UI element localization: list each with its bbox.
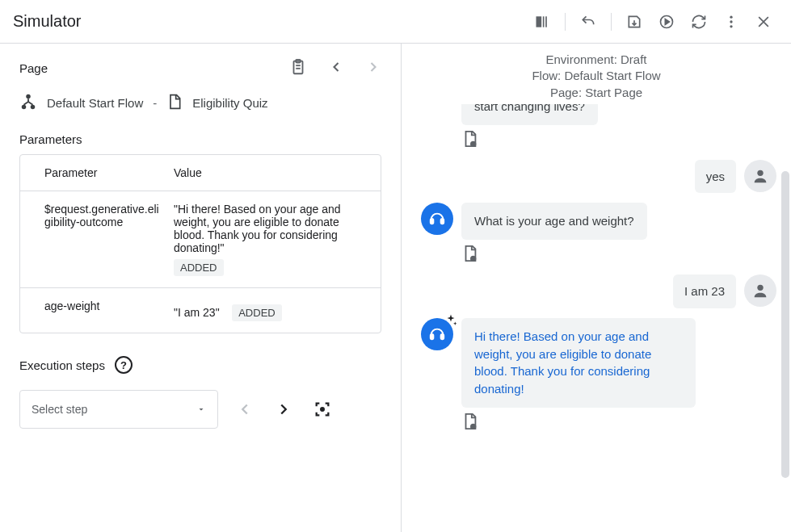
close-icon[interactable]	[749, 7, 778, 36]
refresh-icon[interactable]	[684, 7, 713, 36]
svg-point-17	[757, 170, 763, 175]
bot-avatar-generative-icon	[421, 318, 453, 350]
bot-message: start changing lives?	[461, 104, 598, 125]
svg-rect-0	[536, 16, 542, 27]
table-row: $request.generative.eligibility-outcome …	[20, 191, 381, 288]
more-icon[interactable]	[717, 7, 746, 36]
step-select-placeholder: Select step	[32, 403, 87, 416]
chevron-right-icon[interactable]	[365, 59, 381, 77]
svg-point-22	[757, 285, 763, 291]
chat-log: start changing lives? i yes	[402, 104, 791, 532]
document-info-icon[interactable]: i	[461, 413, 696, 433]
breadcrumb-separator: -	[153, 96, 157, 110]
user-turn: I am 23	[421, 274, 776, 308]
parameters-table: Parameter Value $request.generative.elig…	[19, 154, 381, 333]
table-header-row: Parameter Value	[20, 155, 381, 191]
sparkle-icon	[444, 313, 458, 330]
svg-point-11	[26, 94, 31, 99]
app-header: Simulator	[0, 0, 791, 44]
page-icon	[166, 94, 183, 112]
focus-icon[interactable]	[310, 397, 334, 421]
status-badge: ADDED	[174, 259, 224, 276]
breadcrumb-flow[interactable]: Default Start Flow	[47, 96, 143, 110]
svg-text:i: i	[473, 425, 473, 429]
context-env: Environment: Draft	[402, 52, 791, 68]
panel-toggle-icon[interactable]	[528, 7, 557, 36]
param-value-cell: "Hi there! Based on your age and weight,…	[174, 191, 381, 287]
context-bar: Environment: Draft Flow: Default Start F…	[402, 44, 791, 104]
document-info-icon[interactable]: i	[461, 130, 598, 150]
step-select[interactable]: Select step	[19, 390, 218, 429]
help-icon[interactable]: ?	[115, 356, 133, 374]
param-value: "I am 23"	[174, 306, 220, 319]
app-title: Simulator	[13, 12, 81, 31]
step-next-icon[interactable]	[271, 397, 296, 421]
svg-rect-23	[431, 334, 434, 339]
status-badge: ADDED	[232, 304, 282, 321]
svg-point-5	[730, 20, 732, 23]
undo-icon[interactable]	[574, 7, 603, 36]
chat-panel: Environment: Draft Flow: Default Start F…	[402, 44, 791, 532]
svg-rect-19	[441, 219, 444, 224]
col-value: Value	[174, 155, 381, 191]
user-message: yes	[695, 160, 736, 194]
param-name: age-weight	[20, 288, 174, 333]
svg-rect-24	[441, 334, 444, 339]
svg-point-4	[730, 15, 732, 18]
flow-icon	[19, 93, 37, 113]
divider	[565, 13, 566, 31]
breadcrumb-page[interactable]: Eligibility Quiz	[192, 96, 267, 110]
user-turn: yes	[421, 160, 776, 194]
svg-point-6	[730, 25, 732, 27]
chevron-left-icon[interactable]	[328, 59, 344, 77]
svg-point-14	[321, 408, 324, 411]
play-icon[interactable]	[652, 7, 681, 36]
context-page: Page: Start Page	[402, 85, 791, 101]
bot-message-generative: Hi there! Based on your age and weight, …	[461, 318, 696, 408]
execution-steps-label: Execution steps	[19, 358, 105, 372]
caret-down-icon	[196, 404, 206, 414]
svg-text:i: i	[473, 142, 473, 147]
header-actions	[528, 7, 778, 36]
svg-rect-2	[545, 16, 547, 27]
page-section-label: Page	[19, 61, 48, 75]
document-info-icon[interactable]: i	[461, 245, 647, 265]
svg-point-13	[31, 105, 36, 110]
step-prev-icon	[233, 397, 257, 421]
bot-turn-generative: Hi there! Based on your age and weight, …	[421, 318, 776, 433]
bot-message: What is your age and weight?	[461, 203, 647, 240]
svg-rect-18	[431, 219, 434, 224]
param-value: "Hi there! Based on your age and weight,…	[174, 203, 341, 254]
svg-text:i: i	[473, 257, 473, 262]
left-panel: Page Default Start Flow -	[0, 44, 402, 532]
user-avatar-icon	[744, 160, 776, 192]
svg-rect-1	[543, 16, 545, 27]
bot-turn: start changing lives? i	[421, 104, 776, 150]
context-flow: Flow: Default Start Flow	[402, 68, 791, 84]
divider	[611, 13, 612, 31]
svg-point-12	[22, 105, 27, 110]
breadcrumb: Default Start Flow - Eligibility Quiz	[19, 93, 381, 113]
col-parameter: Parameter	[20, 155, 174, 191]
bot-avatar-icon	[421, 203, 453, 235]
bot-turn: What is your age and weight? i	[421, 203, 776, 265]
save-icon[interactable]	[620, 7, 649, 36]
param-value-cell: "I am 23" ADDED	[174, 288, 381, 333]
clipboard-icon[interactable]	[289, 58, 307, 78]
parameters-label: Parameters	[19, 132, 381, 146]
user-avatar-icon	[744, 274, 776, 307]
table-row: age-weight "I am 23" ADDED	[20, 288, 381, 333]
param-name: $request.generative.eligibility-outcome	[20, 191, 174, 287]
user-message: I am 23	[673, 274, 736, 308]
